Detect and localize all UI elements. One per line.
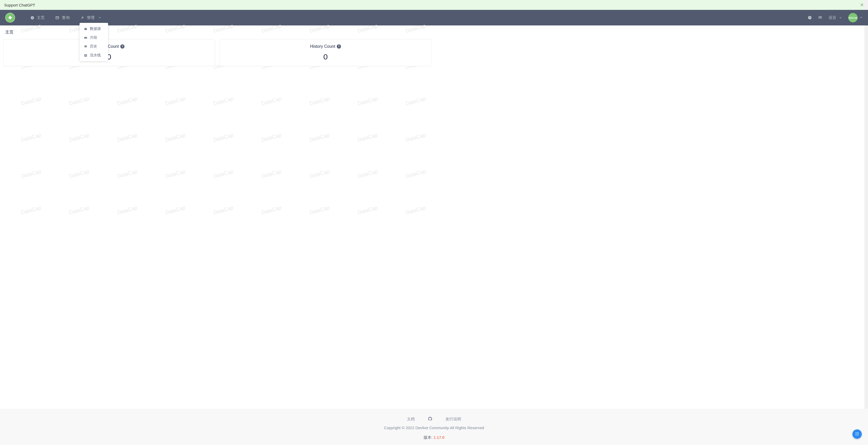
dropdown-pipeline-label: 流水线 — [90, 53, 101, 58]
nav-home[interactable]: 主页 — [26, 13, 50, 22]
svg-point-17 — [857, 433, 858, 434]
card-history-title: History Count — [310, 44, 335, 49]
header-right: ? 语言 datacap — [808, 13, 863, 22]
close-icon[interactable]: ✕ — [860, 3, 864, 7]
card-history-value: 0 — [224, 53, 427, 61]
svg-point-14 — [857, 432, 858, 433]
dropdown-history-label: 历史 — [90, 44, 97, 49]
dropdown-pipeline[interactable]: 流水线 — [80, 51, 108, 60]
dropdown-datasource[interactable]: 数据源 — [80, 25, 108, 33]
nav-query-label: 查询 — [62, 15, 70, 20]
arrow-icon — [80, 15, 84, 20]
footer-docs-link[interactable]: 文档 — [407, 417, 415, 422]
nav-home-label: 主页 — [37, 15, 45, 20]
footer-links: 文档 发行说明 — [5, 416, 863, 422]
footer-version-number: 1.17.0 — [433, 435, 444, 440]
list-icon — [84, 54, 87, 57]
footer-version: 版本: 1.17.0 — [5, 435, 863, 440]
card-history-count: History Count ? 0 — [220, 39, 431, 66]
svg-text:?: ? — [809, 16, 811, 19]
svg-point-19 — [856, 435, 856, 435]
svg-point-15 — [858, 432, 859, 433]
footer-version-label: 版本: — [424, 435, 433, 440]
svg-rect-7 — [84, 28, 87, 30]
admin-dropdown: 数据源 片段 历史 流水线 — [80, 23, 108, 61]
banner: Support ChatGPT ✕ — [0, 0, 868, 10]
svg-point-20 — [857, 435, 858, 435]
chevron-down-icon — [860, 15, 863, 20]
grid-icon — [855, 432, 859, 437]
logo-icon — [8, 16, 12, 20]
logo[interactable] — [5, 13, 15, 23]
svg-point-16 — [856, 433, 856, 434]
avatar: datacap — [848, 13, 858, 22]
fab-button[interactable] — [852, 430, 862, 439]
nav-admin[interactable]: 管理 — [75, 13, 106, 22]
help-button[interactable]: ? — [808, 15, 812, 20]
dropdown-history[interactable]: 历史 — [80, 42, 108, 51]
user-menu[interactable]: datacap — [848, 13, 863, 22]
footer-github-link[interactable] — [428, 416, 432, 422]
svg-point-21 — [858, 435, 859, 435]
page-title: 主页 — [0, 26, 868, 39]
card-source-count: Source Count ? 0 — [3, 39, 215, 66]
help-icon[interactable]: ? — [337, 44, 341, 48]
help-icon[interactable]: ? — [120, 44, 124, 48]
nav-query[interactable]: 查询 — [51, 13, 74, 22]
nav: 主页 查询 管理 — [26, 13, 106, 22]
link-icon — [818, 15, 822, 20]
language-selector[interactable]: 语言 — [829, 15, 842, 20]
banner-text: Support ChatGPT — [4, 3, 35, 7]
compass-icon — [30, 15, 34, 20]
window-icon — [55, 15, 59, 20]
footer-release-link[interactable]: 发行说明 — [445, 417, 461, 422]
svg-rect-8 — [84, 37, 87, 39]
dropdown-snippet[interactable]: 片段 — [80, 33, 108, 42]
briefcase-icon — [84, 27, 87, 31]
footer: 文档 发行说明 Copyright © 2022 Devlive Communi… — [0, 409, 868, 445]
card-source-value: 0 — [8, 53, 210, 61]
language-label: 语言 — [829, 15, 836, 20]
chevron-up-icon — [98, 15, 101, 20]
header: 主页 查询 管理 ? 语言 — [0, 10, 868, 26]
dropdown-datasource-label: 数据源 — [90, 27, 101, 31]
svg-point-13 — [856, 432, 856, 433]
github-icon — [428, 416, 432, 422]
nav-admin-label: 管理 — [87, 15, 95, 20]
cards-row: Source Count ? 0 History Count ? 0 — [0, 39, 868, 66]
dropdown-snippet-label: 片段 — [90, 35, 97, 40]
link-button[interactable] — [818, 15, 822, 20]
card-icon — [84, 36, 87, 39]
svg-rect-1 — [56, 16, 59, 19]
avatar-text: datacap — [848, 16, 858, 19]
footer-copyright: Copyright © 2022 Devlive Community All R… — [5, 425, 863, 430]
svg-point-18 — [858, 433, 859, 434]
book-icon — [84, 45, 87, 48]
chevron-down-icon — [839, 15, 842, 20]
